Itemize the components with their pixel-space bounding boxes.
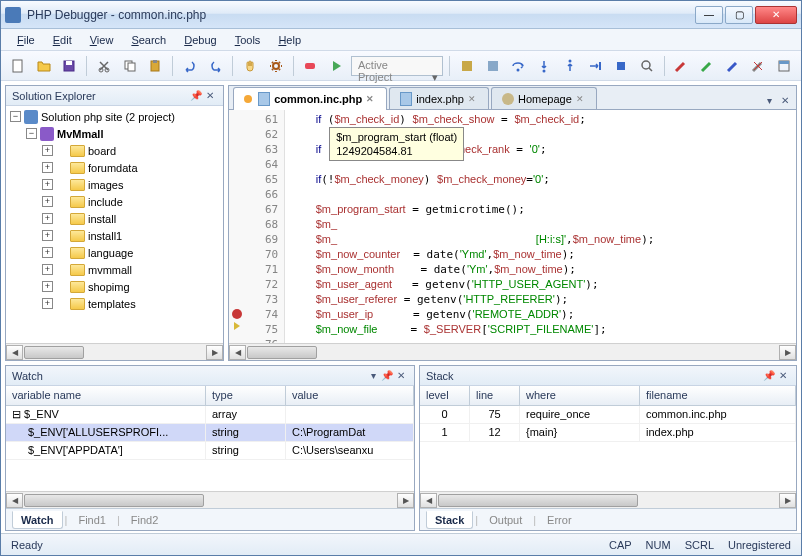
- hand-icon[interactable]: [239, 55, 261, 77]
- expand-icon[interactable]: +: [42, 162, 53, 173]
- stack-row[interactable]: 075require_oncecommon.inc.php: [420, 406, 796, 424]
- run-to-icon[interactable]: [585, 55, 607, 77]
- scroll-left-icon[interactable]: ◀: [420, 493, 437, 508]
- tree-folder-mvmmall[interactable]: +mvmmall: [8, 261, 221, 278]
- menu-edit[interactable]: Edit: [45, 32, 80, 48]
- menu-debug[interactable]: Debug: [176, 32, 224, 48]
- cut-icon[interactable]: [93, 55, 115, 77]
- tree-folder-images[interactable]: +images: [8, 176, 221, 193]
- gear-icon[interactable]: [265, 55, 287, 77]
- debug-run-icon[interactable]: [456, 55, 478, 77]
- new-file-icon[interactable]: [7, 55, 29, 77]
- marker-clear-icon[interactable]: [748, 55, 770, 77]
- collapse-icon[interactable]: −: [26, 128, 37, 139]
- window-icon[interactable]: [773, 55, 795, 77]
- menu-help[interactable]: Help: [270, 32, 309, 48]
- play-icon[interactable]: [325, 55, 347, 77]
- watch-tabs-watch[interactable]: Watch: [12, 511, 63, 529]
- tree-scrollbar[interactable]: ◀ ▶: [6, 343, 223, 360]
- tab-close-icon[interactable]: ✕: [468, 94, 478, 104]
- collapse-icon[interactable]: −: [10, 111, 21, 122]
- menu-tools[interactable]: Tools: [227, 32, 269, 48]
- col-where[interactable]: where: [520, 386, 640, 405]
- watch-tabs-find1[interactable]: Find1: [69, 511, 115, 529]
- expand-icon[interactable]: +: [42, 298, 53, 309]
- code-editor[interactable]: 61 62 63 64 65 66 67 68 69 70 71 72 73 7…: [229, 110, 796, 343]
- watch-tabs-find2[interactable]: Find2: [122, 511, 168, 529]
- watch-row[interactable]: $_ENV['APPDATA']stringC:\Users\seanxu: [6, 442, 414, 460]
- menu-view[interactable]: View: [82, 32, 122, 48]
- tab-close-icon[interactable]: ✕: [778, 93, 792, 107]
- tree-folder-include[interactable]: +include: [8, 193, 221, 210]
- scroll-left-icon[interactable]: ◀: [6, 493, 23, 508]
- tree-folder-board[interactable]: +board: [8, 142, 221, 159]
- maximize-button[interactable]: ▢: [725, 6, 753, 24]
- dropdown-icon[interactable]: ▾: [366, 369, 380, 383]
- expand-icon[interactable]: +: [42, 179, 53, 190]
- watch-grid-body[interactable]: ⊟ $_ENVarray$_ENV['ALLUSERSPROFI...strin…: [6, 406, 414, 491]
- col-filename[interactable]: filename: [640, 386, 796, 405]
- col-variable-name[interactable]: variable name: [6, 386, 206, 405]
- step-into-icon[interactable]: [533, 55, 555, 77]
- active-project-dropdown[interactable]: Active Project: [351, 56, 443, 76]
- scroll-left-icon[interactable]: ◀: [6, 345, 23, 360]
- panel-close-icon[interactable]: ✕: [203, 89, 217, 103]
- expand-icon[interactable]: +: [42, 281, 53, 292]
- minimize-button[interactable]: —: [695, 6, 723, 24]
- scroll-right-icon[interactable]: ▶: [206, 345, 223, 360]
- expand-icon[interactable]: +: [42, 230, 53, 241]
- tree-folder-forumdata[interactable]: +forumdata: [8, 159, 221, 176]
- tab-close-icon[interactable]: ✕: [366, 94, 376, 104]
- breakpoint-gutter[interactable]: [229, 110, 245, 343]
- expand-icon[interactable]: +: [42, 196, 53, 207]
- tree-folder-language[interactable]: +language: [8, 244, 221, 261]
- stack-row[interactable]: 112{main}index.php: [420, 424, 796, 442]
- tab-close-icon[interactable]: ✕: [576, 94, 586, 104]
- editor-tab-2[interactable]: Homepage✕: [491, 87, 597, 109]
- col-level[interactable]: level: [420, 386, 470, 405]
- tree-solution-root[interactable]: − Solution php site (2 project): [8, 108, 221, 125]
- scroll-right-icon[interactable]: ▶: [779, 345, 796, 360]
- debug-pause-icon[interactable]: [482, 55, 504, 77]
- breakpoint-icon[interactable]: [300, 55, 322, 77]
- watch-scrollbar[interactable]: ◀ ▶: [6, 491, 414, 508]
- menu-file[interactable]: File: [9, 32, 43, 48]
- breakpoint-icon[interactable]: [232, 309, 242, 319]
- inspect-icon[interactable]: [636, 55, 658, 77]
- stack-grid-body[interactable]: 075require_oncecommon.inc.php112{main}in…: [420, 406, 796, 491]
- scroll-right-icon[interactable]: ▶: [397, 493, 414, 508]
- open-folder-icon[interactable]: [33, 55, 55, 77]
- panel-close-icon[interactable]: ✕: [394, 369, 408, 383]
- marker-blue-icon[interactable]: [722, 55, 744, 77]
- scroll-right-icon[interactable]: ▶: [779, 493, 796, 508]
- scroll-left-icon[interactable]: ◀: [229, 345, 246, 360]
- marker-green-icon[interactable]: [696, 55, 718, 77]
- editor-tab-1[interactable]: index.php✕: [389, 87, 489, 109]
- col-line[interactable]: line: [470, 386, 520, 405]
- col-value[interactable]: value: [286, 386, 414, 405]
- undo-icon[interactable]: [179, 55, 201, 77]
- tree-folder-shopimg[interactable]: +shopimg: [8, 278, 221, 295]
- expand-icon[interactable]: +: [42, 264, 53, 275]
- stack-tabs-output[interactable]: Output: [480, 511, 531, 529]
- step-out-icon[interactable]: [559, 55, 581, 77]
- expand-icon[interactable]: +: [42, 247, 53, 258]
- solution-tree[interactable]: − Solution php site (2 project) − MvMmal…: [6, 106, 223, 343]
- stack-tabs-error[interactable]: Error: [538, 511, 580, 529]
- copy-icon[interactable]: [119, 55, 141, 77]
- tab-dropdown-icon[interactable]: ▾: [762, 93, 776, 107]
- panel-close-icon[interactable]: ✕: [776, 369, 790, 383]
- pin-icon[interactable]: 📌: [762, 369, 776, 383]
- tree-folder-install[interactable]: +install: [8, 210, 221, 227]
- col-type[interactable]: type: [206, 386, 286, 405]
- expand-icon[interactable]: +: [42, 145, 53, 156]
- expand-icon[interactable]: +: [42, 213, 53, 224]
- tree-folder-templates[interactable]: +templates: [8, 295, 221, 312]
- stack-scrollbar[interactable]: ◀ ▶: [420, 491, 796, 508]
- pin-icon[interactable]: 📌: [189, 89, 203, 103]
- editor-scrollbar[interactable]: ◀ ▶: [229, 343, 796, 360]
- pin-icon[interactable]: 📌: [380, 369, 394, 383]
- editor-tab-0[interactable]: common.inc.php✕: [233, 87, 387, 110]
- watch-row[interactable]: $_ENV['ALLUSERSPROFI...stringC:\ProgramD…: [6, 424, 414, 442]
- tree-folder-install1[interactable]: +install1: [8, 227, 221, 244]
